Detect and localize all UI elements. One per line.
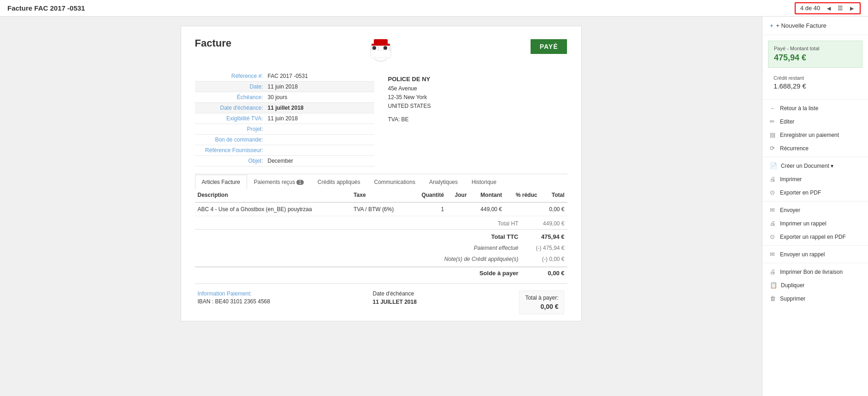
sidebar-action-recurrence[interactable]: ⟳Récurrence	[762, 142, 868, 155]
plus-icon: +	[770, 22, 774, 29]
main-layout: Facture	[0, 17, 868, 396]
credit-value: (-) 0,00 €	[528, 256, 565, 262]
invoice-title: Facture	[195, 37, 231, 49]
total-ht-label: Total HT	[426, 220, 519, 227]
right-sidebar: + + Nouvelle Facture Payé - Montant tota…	[762, 17, 868, 396]
sidebar-action-export-pdf[interactable]: ⊙Exporter en PDF	[762, 186, 868, 199]
tab-paiements-reçus[interactable]: Paiements reçus1	[247, 175, 311, 189]
projet-label: Projet:	[199, 126, 263, 132]
send-reminder-label: Envoyer un rappel	[780, 251, 825, 258]
field-reference: Référence #: FAC 2017 -0531	[195, 71, 374, 82]
delete-icon: 🗑	[770, 295, 776, 302]
tab-historique[interactable]: Historique	[465, 175, 503, 189]
nav-next-button[interactable]: ►	[847, 5, 857, 12]
invoice-header-row: Facture	[195, 37, 567, 66]
nav-list-icon[interactable]: ☰	[838, 5, 843, 12]
total-ttc-row: Total TTC 475,94 €	[195, 229, 567, 242]
top-header: Facture FAC 2017 -0531 4 de 40 ◄ ☰ ►	[0, 0, 868, 17]
total-ht-value: 449,00 €	[528, 220, 565, 227]
field-exigibilite: Exigibilité TVA: 11 juin 2018	[195, 113, 374, 124]
export-reminder-pdf-icon: ⊙	[770, 233, 776, 240]
export-reminder-pdf-label: Exporter un rappel en PDF	[780, 234, 846, 240]
tab-analytiques[interactable]: Analytiques	[422, 175, 465, 189]
sidebar-action-duplicate[interactable]: 📋Dupliquer	[762, 278, 868, 292]
nav-current: 4 de 40	[800, 5, 820, 12]
print-delivery-label: Imprimer Bon de livraison	[780, 269, 843, 275]
address-company: POLICE DE NY	[388, 75, 567, 84]
nav-prev-button[interactable]: ◄	[824, 5, 834, 12]
exigibilite-label: Exigibilité TVA:	[199, 115, 263, 122]
reference-label: Référence #:	[199, 73, 263, 79]
sidebar-divider	[762, 201, 868, 201]
summary-box: Payé - Montant total 475,94 €	[768, 41, 862, 68]
sidebar-action-send-reminder[interactable]: ✉Envoyer un rappel	[762, 248, 868, 261]
iban-value: IBAN : BE40 3101 2365 4568	[198, 298, 270, 305]
export-pdf-icon: ⊙	[770, 189, 776, 196]
solde-value: 0,00 €	[528, 270, 565, 277]
sidebar-action-edit[interactable]: ✏Editer	[762, 115, 868, 128]
sidebar-action-print-reminder[interactable]: 🖨Imprimer un rappel	[762, 217, 868, 230]
info-paiement-label: Information Paiement:	[198, 290, 270, 297]
sidebar-action-delete[interactable]: 🗑Supprimer	[762, 292, 868, 305]
print-reminder-label: Imprimer un rappel	[780, 220, 827, 227]
cell-quantite: 1	[410, 202, 447, 216]
table-row: ABC 4 - Use of a Ghostbox (en_BE) pouytr…	[195, 202, 567, 216]
sidebar-divider	[762, 263, 868, 263]
register-payment-label: Enregistrer un paiement	[780, 132, 839, 138]
objet-label: Objet:	[199, 158, 263, 164]
back-to-list-label: Retour à la liste	[780, 105, 818, 112]
reference-value: FAC 2017 -0531	[268, 73, 308, 79]
nav-controls: 4 de 40 ◄ ☰ ►	[795, 2, 861, 14]
payment-footer-right: Total à payer: 0,00 €	[519, 290, 564, 314]
sidebar-action-register-payment[interactable]: ▤Enregistrer un paiement	[762, 128, 868, 142]
register-payment-icon: ▤	[770, 131, 776, 138]
edit-label: Editer	[780, 118, 794, 125]
send-reminder-icon: ✉	[770, 251, 776, 258]
create-document-label: Créer un Document ▾	[781, 163, 833, 169]
sidebar-action-back-to-list[interactable]: ←Retour à la liste	[762, 101, 868, 115]
create-document-icon: 📄	[770, 162, 777, 169]
col-quantite: Quantité	[410, 188, 447, 202]
tab-articles-facture[interactable]: Articles Facture	[195, 175, 247, 189]
echeance-value: 30 jours	[268, 94, 288, 100]
tab-badge: 1	[296, 180, 304, 185]
address-tva: TVA: BE	[388, 115, 567, 124]
tabs-bar: Articles FacturePaiements reçus1Crédits …	[195, 174, 567, 188]
sidebar-action-print[interactable]: 🖨Imprimer	[762, 172, 868, 186]
sidebar-action-print-delivery[interactable]: 🖨Imprimer Bon de livraison	[762, 265, 868, 278]
footer-date-echeance-value: 11 JUILLET 2018	[373, 299, 417, 305]
tab-crédits-appliqués[interactable]: Crédits appliqués	[311, 175, 367, 189]
recurrence-label: Récurrence	[780, 145, 809, 152]
fields-right: POLICE DE NY 45e Avenue 12-35 New York U…	[388, 71, 567, 166]
payment-footer-mid: Date d'échéance 11 JUILLET 2018	[373, 290, 417, 305]
cell-jour	[447, 202, 469, 216]
objet-value: December	[268, 158, 293, 164]
send-label: Envoyer	[780, 207, 800, 213]
date-echeance-value: 11 juillet 2018	[268, 105, 304, 111]
paiement-value: (-) 475,94 €	[528, 245, 565, 251]
duplicate-icon: 📋	[770, 282, 777, 289]
col-pct-reduc: % réduc	[505, 188, 540, 202]
address-line1: 45e Avenue	[388, 84, 567, 93]
credit-label: Note(s) de Crédit appliquée(s)	[426, 256, 519, 262]
invoice-logo	[358, 37, 404, 66]
new-invoice-button[interactable]: + + Nouvelle Facture	[762, 17, 868, 35]
field-bon-commande: Bon de commande:	[195, 135, 374, 145]
credit-row: Note(s) de Crédit appliquée(s) (-) 0,00 …	[195, 254, 567, 265]
print-reminder-icon: 🖨	[770, 220, 776, 227]
sidebar-action-send[interactable]: ✉Envoyer	[762, 203, 868, 217]
total-ttc-label: Total TTC	[426, 233, 519, 240]
tab-communications[interactable]: Communications	[367, 175, 422, 189]
cell-pct_reduc	[505, 202, 540, 216]
sidebar-action-export-reminder-pdf[interactable]: ⊙Exporter un rappel en PDF	[762, 230, 868, 243]
payment-footer: Information Paiement: IBAN : BE40 3101 2…	[195, 284, 567, 321]
credit-label: Crédit restant	[774, 75, 857, 81]
edit-icon: ✏	[770, 118, 776, 125]
fields-left: Référence #: FAC 2017 -0531 Date: 11 jui…	[195, 71, 374, 166]
field-echeance: Échéance: 30 jours	[195, 92, 374, 103]
sidebar-actions: ←Retour à la liste✏Editer▤Enregistrer un…	[762, 101, 868, 305]
content-area: Facture	[0, 17, 762, 396]
sidebar-action-create-document[interactable]: 📄Créer un Document ▾	[762, 159, 868, 172]
solde-label: Solde à payer	[426, 270, 519, 277]
svg-point-4	[372, 46, 376, 50]
